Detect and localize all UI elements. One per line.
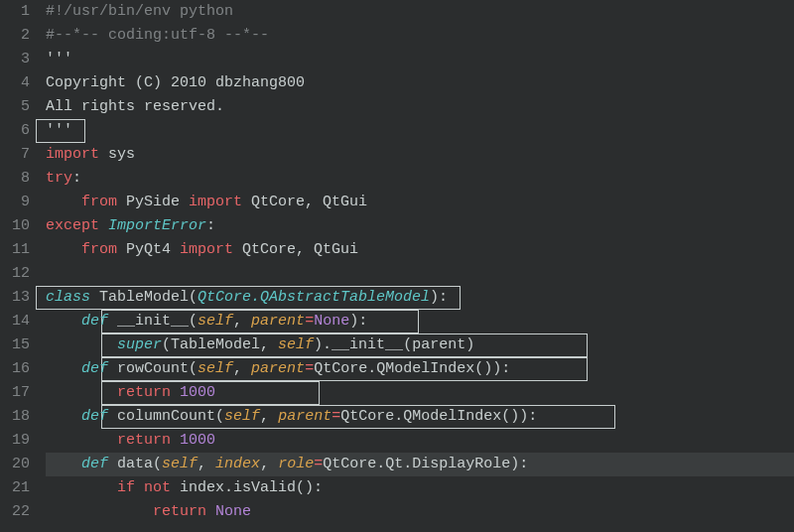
code-line[interactable]: All rights reserved. bbox=[46, 95, 794, 119]
code-line[interactable]: return None bbox=[46, 500, 794, 524]
code-editor[interactable]: 12345678910111213141516171819202122 #!/u… bbox=[0, 0, 794, 532]
token: . bbox=[403, 456, 412, 472]
token: QtGui bbox=[305, 241, 358, 258]
token bbox=[99, 217, 108, 234]
line-number: 13 bbox=[0, 286, 30, 310]
token: try bbox=[46, 170, 72, 187]
token: QtCore bbox=[233, 241, 296, 258]
code-line[interactable]: from PySide import QtCore, QtGui bbox=[46, 191, 794, 214]
token bbox=[46, 503, 153, 520]
token: ()): bbox=[474, 360, 510, 377]
token bbox=[46, 456, 81, 472]
token bbox=[108, 360, 117, 377]
token: None bbox=[215, 503, 251, 520]
token: parent bbox=[251, 360, 305, 377]
line-number: 3 bbox=[0, 48, 30, 71]
token: isValid bbox=[233, 479, 296, 496]
token bbox=[46, 194, 81, 210]
token: = bbox=[314, 456, 323, 472]
token: columnCount bbox=[117, 408, 215, 425]
code-line[interactable]: if not index.isValid(): bbox=[46, 476, 794, 500]
code-line[interactable]: def __init__(self, parent=None): bbox=[46, 310, 794, 333]
line-number: 22 bbox=[0, 500, 30, 524]
token: self bbox=[224, 408, 260, 425]
token: 1000 bbox=[180, 432, 215, 449]
code-line[interactable]: ''' bbox=[46, 48, 794, 71]
code-line[interactable]: #!/usr/bin/env python bbox=[46, 0, 794, 24]
line-number: 11 bbox=[0, 238, 30, 262]
token: ): bbox=[430, 289, 448, 306]
token: , bbox=[233, 360, 251, 377]
token: ). bbox=[314, 336, 331, 353]
code-line[interactable] bbox=[46, 262, 794, 286]
code-line[interactable]: Copyright (C) 2010 dbzhang800 bbox=[46, 71, 794, 95]
line-number: 16 bbox=[0, 357, 30, 381]
token: not bbox=[144, 479, 171, 496]
token bbox=[108, 456, 117, 472]
token: return bbox=[153, 503, 206, 520]
token: . bbox=[376, 456, 385, 472]
code-line[interactable]: def rowCount(self, parent=QtCore.QModelI… bbox=[46, 357, 794, 381]
code-line[interactable]: from PyQt4 import QtCore, QtGui bbox=[46, 238, 794, 262]
token: super bbox=[117, 336, 162, 353]
line-number: 9 bbox=[0, 191, 30, 214]
token: parent bbox=[412, 336, 465, 353]
token: QtCore bbox=[340, 408, 394, 425]
code-line[interactable]: ''' bbox=[46, 119, 794, 143]
token: def bbox=[81, 360, 108, 377]
token: ( bbox=[215, 408, 224, 425]
token: index bbox=[171, 479, 224, 496]
token: class bbox=[46, 289, 90, 306]
token bbox=[46, 241, 81, 258]
code-line[interactable]: return 1000 bbox=[46, 429, 794, 453]
token bbox=[90, 289, 99, 306]
token bbox=[108, 313, 117, 330]
code-line[interactable]: super(TableModel, self).__init__(parent) bbox=[46, 333, 794, 357]
token: QtCore bbox=[314, 360, 367, 377]
token: QModelIndex bbox=[376, 360, 474, 377]
token bbox=[46, 408, 81, 425]
code-line[interactable]: def data(self, index, role=QtCore.Qt.Dis… bbox=[46, 453, 794, 476]
code-line[interactable]: class TableModel(QtCore.QAbstractTableMo… bbox=[46, 286, 794, 310]
token: ( bbox=[189, 313, 198, 330]
line-number: 7 bbox=[0, 143, 30, 167]
token bbox=[46, 360, 81, 377]
token: , bbox=[198, 456, 215, 472]
token: role bbox=[278, 456, 314, 472]
code-line[interactable]: import sys bbox=[46, 143, 794, 167]
token: TableModel bbox=[171, 336, 260, 353]
token: ) bbox=[465, 336, 474, 353]
line-number: 20 bbox=[0, 453, 30, 476]
token: ()): bbox=[501, 408, 537, 425]
token: self bbox=[162, 456, 198, 472]
token: , bbox=[260, 456, 278, 472]
code-line[interactable]: return 1000 bbox=[46, 381, 794, 405]
line-number: 12 bbox=[0, 262, 30, 286]
token: PyQt4 bbox=[117, 241, 180, 258]
token: ( bbox=[162, 336, 171, 353]
code-line[interactable]: except ImportError: bbox=[46, 214, 794, 238]
token bbox=[171, 432, 180, 449]
token: : bbox=[206, 217, 215, 234]
token: (): bbox=[296, 479, 323, 496]
token: QModelIndex bbox=[403, 408, 501, 425]
line-number: 15 bbox=[0, 333, 30, 357]
token: = bbox=[331, 408, 340, 425]
token: All rights reserved. bbox=[46, 98, 224, 115]
token: self bbox=[278, 336, 314, 353]
token: , bbox=[260, 408, 278, 425]
code-line[interactable]: def columnCount(self, parent=QtCore.QMod… bbox=[46, 405, 794, 429]
line-number: 5 bbox=[0, 95, 30, 119]
token bbox=[46, 479, 117, 496]
token: #!/usr/bin/env python bbox=[46, 3, 233, 20]
token: ( bbox=[153, 456, 162, 472]
token: from bbox=[81, 241, 117, 258]
token: , bbox=[260, 336, 278, 353]
code-line[interactable]: #--*-- coding:utf-8 --*-- bbox=[46, 24, 794, 48]
token: . bbox=[367, 360, 376, 377]
code-line[interactable]: try: bbox=[46, 167, 794, 191]
token bbox=[46, 432, 117, 449]
line-number-gutter: 12345678910111213141516171819202122 bbox=[0, 0, 36, 532]
code-area[interactable]: #!/usr/bin/env python#--*-- coding:utf-8… bbox=[36, 0, 794, 532]
token: parent bbox=[251, 313, 305, 330]
